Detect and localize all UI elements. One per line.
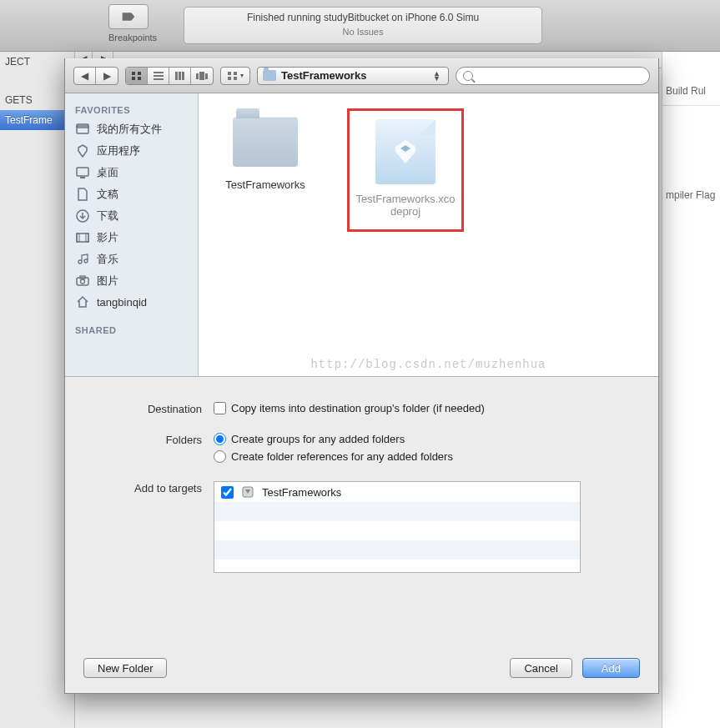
target-name: TestFrameworks (262, 486, 341, 499)
list-view-button[interactable] (148, 68, 169, 84)
search-icon (463, 71, 473, 81)
column-view-button[interactable] (169, 68, 191, 84)
view-mode-segment[interactable] (125, 67, 214, 85)
path-control[interactable]: TestFrameworks ▲▼ (257, 67, 449, 85)
sidebar-item-music[interactable]: 音乐 (65, 249, 198, 270)
back-button[interactable]: ◀ (74, 68, 96, 84)
target-row[interactable]: TestFrameworks (214, 482, 580, 502)
coverflow-view-button[interactable] (191, 68, 213, 84)
sidebar-item-allfiles[interactable]: 我的所有文件 (65, 118, 198, 140)
nav-targets: GETS (0, 90, 74, 110)
folder-icon (263, 70, 276, 81)
create-groups-option[interactable]: Create groups for any added folders (214, 433, 625, 445)
svg-rect-9 (182, 72, 184, 80)
svg-rect-12 (205, 73, 208, 79)
svg-rect-20 (80, 177, 85, 178)
options-panel: Destination Copy items into destination … (65, 377, 658, 595)
apps-icon (75, 144, 90, 158)
targets-label: Add to targets (98, 481, 214, 495)
svg-rect-8 (179, 72, 181, 80)
music-icon (75, 253, 90, 266)
movies-icon (75, 231, 90, 244)
target-row-empty (214, 521, 580, 540)
watermark: http://blog.csdn.net/muzhenhua (199, 358, 658, 371)
svg-rect-2 (132, 77, 135, 80)
arrange-button[interactable]: ▾ (221, 68, 249, 84)
new-folder-button[interactable]: New Folder (83, 658, 167, 678)
targets-list[interactable]: TestFrameworks (214, 481, 581, 573)
copy-items-option[interactable]: Copy items into destination group's fold… (214, 402, 625, 414)
forward-button[interactable]: ▶ (96, 68, 118, 84)
tab-compiler-flags: mpiler Flag (662, 181, 720, 209)
target-checkbox[interactable] (221, 486, 234, 499)
favorites-header: FAVORITES (65, 100, 198, 118)
svg-rect-19 (77, 168, 88, 176)
svg-rect-4 (154, 72, 164, 73)
nav-target-selected[interactable]: TestFrame (0, 110, 74, 130)
svg-rect-14 (234, 72, 237, 75)
file-item-xcodeproj[interactable]: TestFrameworks.xcodeproj (347, 108, 464, 232)
xcode-toolbar: Breakpoints Finished running studyBitbuc… (0, 0, 720, 52)
svg-rect-5 (154, 75, 164, 77)
add-button[interactable]: Add (582, 658, 640, 678)
search-input[interactable] (476, 70, 642, 82)
documents-icon (75, 188, 90, 201)
status-line1: Finished running studyBitbucket on iPhon… (184, 8, 541, 23)
nav-history-segment[interactable]: ◀ ▶ (73, 67, 118, 85)
button-bar: New Folder Cancel Add (65, 643, 658, 693)
breakpoints-control[interactable]: Breakpoints (108, 4, 157, 43)
file-item-folder[interactable]: TestFrameworks (207, 108, 324, 191)
svg-rect-6 (154, 78, 164, 80)
sidebar-item-movies[interactable]: 影片 (65, 227, 198, 249)
sidebar-item-label: 桌面 (97, 165, 118, 180)
create-groups-label: Create groups for any added folders (231, 433, 405, 445)
list-view-icon (153, 71, 164, 81)
svg-rect-11 (199, 72, 204, 80)
create-references-option[interactable]: Create folder references for any added f… (214, 450, 625, 463)
create-references-radio[interactable] (214, 450, 226, 463)
svg-rect-22 (77, 233, 88, 242)
breakpoints-button[interactable] (108, 4, 149, 29)
svg-rect-23 (77, 233, 79, 242)
svg-rect-13 (228, 72, 231, 75)
sidebar-item-label: 图片 (97, 274, 118, 289)
svg-rect-0 (132, 72, 135, 75)
file-pane[interactable]: TestFrameworks TestFrameworks.xcodeproj … (199, 93, 658, 376)
destination-label: Destination (98, 402, 214, 415)
sidebar-item-pictures[interactable]: 图片 (65, 270, 198, 292)
sidebar-item-desktop[interactable]: 桌面 (65, 162, 198, 183)
file-browser: FAVORITES 我的所有文件 应用程序 桌面 文稿 下载 影片 音乐 图片 … (65, 93, 658, 377)
svg-rect-3 (138, 77, 141, 80)
status-line2: No Issues (184, 23, 541, 37)
file-label: TestFrameworks.xcodeproj (353, 193, 458, 218)
sheet-toolbar: ◀ ▶ ▾ TestFrameworks ▲ (65, 58, 658, 93)
coverflow-view-icon (196, 71, 208, 81)
tab-build-rules[interactable]: Build Rul (662, 77, 720, 106)
icon-view-icon (131, 71, 143, 81)
sidebar-item-label: 影片 (97, 230, 118, 245)
destination-row: Destination Copy items into destination … (98, 402, 625, 419)
svg-rect-16 (234, 77, 237, 80)
arrange-segment[interactable]: ▾ (220, 67, 250, 85)
pictures-icon (75, 274, 90, 288)
breakpoints-label: Breakpoints (108, 33, 157, 43)
path-label: TestFrameworks (281, 69, 428, 82)
svg-rect-10 (196, 73, 199, 79)
sidebar-item-applications[interactable]: 应用程序 (65, 140, 198, 162)
svg-rect-15 (228, 77, 231, 80)
home-icon (75, 295, 90, 309)
folder-icon (233, 117, 298, 167)
breakpoint-icon (122, 10, 135, 23)
add-files-sheet: ◀ ▶ ▾ TestFrameworks ▲ (64, 58, 659, 694)
sidebar-item-home[interactable]: tangbinqid (65, 292, 198, 312)
path-stepper-icon[interactable]: ▲▼ (433, 71, 443, 81)
copy-items-checkbox[interactable] (214, 402, 226, 414)
search-field[interactable] (456, 67, 650, 85)
sidebar-item-documents[interactable]: 文稿 (65, 183, 198, 205)
sidebar-item-downloads[interactable]: 下载 (65, 205, 198, 227)
icon-view-button[interactable] (126, 68, 148, 84)
cancel-button[interactable]: Cancel (510, 658, 571, 678)
finder-sidebar: FAVORITES 我的所有文件 应用程序 桌面 文稿 下载 影片 音乐 图片 … (65, 93, 199, 376)
sidebar-item-label: tangbinqid (97, 296, 147, 309)
create-groups-radio[interactable] (214, 433, 226, 445)
